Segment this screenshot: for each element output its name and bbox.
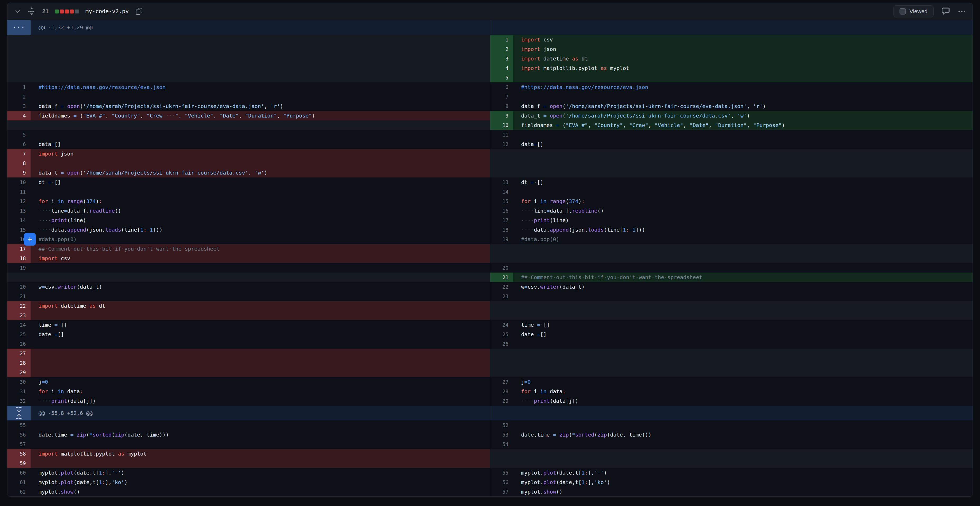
line-number[interactable]: 22: [7, 301, 30, 311]
line-number[interactable]: 1: [7, 82, 30, 92]
line-number[interactable]: 60: [7, 468, 30, 477]
line-number[interactable]: 28: [7, 358, 30, 368]
line-number[interactable]: 31: [7, 386, 30, 396]
line-number[interactable]: 7: [7, 149, 30, 158]
code-token: (date, time))): [607, 431, 651, 438]
line-number[interactable]: 56: [490, 477, 513, 487]
line-number[interactable]: 59: [7, 458, 30, 468]
line-number[interactable]: 55: [490, 468, 513, 477]
line-number[interactable]: 61: [7, 477, 30, 487]
line-number[interactable]: 56: [7, 430, 30, 439]
line-number[interactable]: 10: [7, 177, 30, 187]
comment-button[interactable]: [942, 7, 950, 15]
line-number[interactable]: 20: [490, 263, 513, 273]
line-number[interactable]: 6: [490, 82, 513, 92]
line-number[interactable]: 12: [490, 139, 513, 149]
line-number[interactable]: 11: [7, 187, 30, 196]
collapse-file-button[interactable]: [14, 8, 21, 15]
code-token: =: [553, 431, 556, 438]
line-number[interactable]: 57: [490, 487, 513, 496]
code-token: if: [115, 246, 121, 252]
line-number[interactable]: 62: [7, 487, 30, 496]
line-number[interactable]: 11: [490, 130, 513, 139]
line-number[interactable]: 27: [7, 349, 30, 358]
line-number[interactable]: 6: [7, 139, 30, 149]
line-number[interactable]: 1: [490, 35, 513, 45]
line-number[interactable]: 28: [490, 386, 513, 396]
line-number[interactable]: 19: [490, 235, 513, 244]
line-number[interactable]: 21: [490, 273, 513, 282]
line-number[interactable]: 32: [7, 396, 30, 405]
line-number[interactable]: 24: [7, 320, 30, 330]
code-token: show: [543, 488, 556, 495]
line-number[interactable]: 13: [490, 177, 513, 187]
line-number[interactable]: 30: [7, 377, 30, 386]
line-number[interactable]: 55: [7, 420, 30, 430]
expand-diff-button[interactable]: ···: [7, 20, 30, 35]
line-number[interactable]: 4: [7, 111, 30, 120]
code-token: writer: [540, 284, 559, 290]
line-number[interactable]: 12: [7, 196, 30, 206]
code-token: (date,t[: [73, 479, 99, 485]
code-token: loads: [588, 227, 604, 233]
viewed-toggle-button[interactable]: Viewed: [894, 5, 934, 18]
line-number[interactable]: 17: [490, 215, 513, 225]
line-number[interactable]: 27: [490, 377, 513, 386]
line-number[interactable]: 23: [7, 311, 30, 320]
line-number[interactable]: 2: [490, 45, 513, 54]
diff-cell-ctx: 55: [7, 420, 490, 430]
line-number[interactable]: 24: [490, 320, 513, 330]
line-number[interactable]: 29: [490, 396, 513, 405]
line-number[interactable]: 18: [490, 225, 513, 235]
line-number[interactable]: 26: [490, 339, 513, 349]
line-number[interactable]: 29: [7, 368, 30, 377]
line-number[interactable]: 25: [490, 330, 513, 339]
line-number[interactable]: 13: [7, 206, 30, 215]
line-number[interactable]: 2: [7, 92, 30, 101]
diff-cell-sp: [7, 45, 490, 54]
line-number[interactable]: 25: [7, 330, 30, 339]
line-number[interactable]: 23: [490, 292, 513, 301]
line-number[interactable]: 22: [490, 282, 513, 292]
drag-grabber-button[interactable]: [27, 6, 36, 16]
line-number[interactable]: 3: [490, 54, 513, 63]
line-number[interactable]: 8: [7, 158, 30, 168]
line-number[interactable]: 20: [7, 282, 30, 292]
line-number[interactable]: 52: [490, 420, 513, 430]
code-token: ,: [709, 122, 715, 128]
code-token: readline: [572, 208, 597, 214]
line-number[interactable]: 57: [7, 439, 30, 449]
line-number[interactable]: 5: [7, 130, 30, 139]
diff-cell-del: 22import datetime as dt: [7, 301, 490, 311]
line-number[interactable]: 9: [490, 111, 513, 120]
line-number[interactable]: 15: [490, 196, 513, 206]
line-number[interactable]: 14: [7, 215, 30, 225]
line-number[interactable]: 8: [490, 101, 513, 111]
line-number[interactable]: 54: [490, 439, 513, 449]
line-number[interactable]: 53: [490, 430, 513, 439]
kebab-menu-button[interactable]: [958, 10, 966, 13]
copy-path-button[interactable]: [135, 7, 143, 15]
line-number[interactable]: 19: [7, 263, 30, 273]
line-number[interactable]: 21: [7, 292, 30, 301]
line-number[interactable]: 26: [7, 339, 30, 349]
code-token: []: [57, 331, 64, 337]
viewed-checkbox[interactable]: [899, 8, 906, 14]
add-comment-button[interactable]: +: [24, 233, 36, 246]
line-number[interactable]: 5: [490, 73, 513, 82]
code-line: data_t = open('/home/sarah/Projects/ssi-…: [30, 168, 490, 177]
line-number[interactable]: 58: [7, 449, 30, 458]
expand-diff-arrows-button[interactable]: [7, 405, 30, 420]
code-token: ": [175, 112, 178, 119]
line-number[interactable]: 4: [490, 63, 513, 73]
line-number[interactable]: 3: [7, 101, 30, 111]
line-number[interactable]: 7: [490, 92, 513, 101]
line-number[interactable]: 9: [7, 168, 30, 177]
line-number[interactable]: 14: [490, 187, 513, 196]
diff-cell-ctx: 52: [490, 420, 973, 430]
line-number[interactable]: 16: [490, 206, 513, 215]
line-number[interactable]: 18: [7, 254, 30, 263]
diff-cell-ctx: 29····print(data[j]): [490, 396, 973, 405]
code-token: :: [99, 198, 102, 204]
line-number[interactable]: 10: [490, 120, 513, 130]
